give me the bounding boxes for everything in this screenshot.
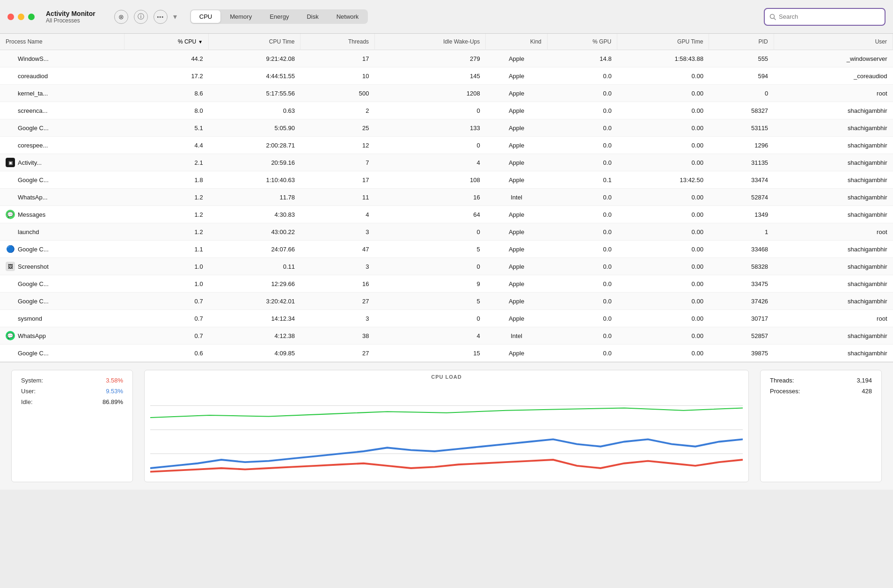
tab-energy[interactable]: Energy bbox=[261, 10, 297, 23]
chevron-down-icon[interactable]: ▾ bbox=[173, 12, 177, 21]
minimize-button[interactable] bbox=[18, 14, 24, 20]
stop-button[interactable]: ⊗ bbox=[114, 10, 128, 24]
titlebar: Activity Monitor All Processes ⊗ ⓘ ••• ▾… bbox=[0, 0, 893, 34]
cell-gpu: 0.0 bbox=[547, 258, 617, 275]
table-row[interactable]: Google C...0.64:09.852715Apple0.00.00398… bbox=[0, 345, 893, 362]
table-row[interactable]: 💬Messages1.24:30.83464Apple0.00.001349sh… bbox=[0, 206, 893, 223]
cell-gpu_time: 0.00 bbox=[617, 85, 709, 102]
process-icon bbox=[6, 314, 15, 323]
cell-gpu_time: 0.00 bbox=[617, 223, 709, 241]
tab-cpu[interactable]: CPU bbox=[191, 10, 220, 23]
info-button[interactable]: ⓘ bbox=[134, 10, 148, 24]
app-title: Activity Monitor bbox=[46, 10, 95, 17]
tab-memory[interactable]: Memory bbox=[221, 10, 260, 23]
table-row[interactable]: 🖼Screenshot1.00.1130Apple0.00.0058328sha… bbox=[0, 258, 893, 275]
cell-cpu: 1.2 bbox=[124, 223, 209, 241]
process-icon bbox=[6, 192, 15, 202]
table-row[interactable]: 🔵Google C...1.124:07.66475Apple0.00.0033… bbox=[0, 241, 893, 258]
process-name: sysmond bbox=[18, 315, 42, 322]
table-row[interactable]: Google C...5.15:05.9025133Apple0.00.0053… bbox=[0, 119, 893, 137]
col-header-threads[interactable]: Threads bbox=[300, 34, 375, 50]
process-name: WhatsApp bbox=[18, 332, 46, 339]
table-row[interactable]: corespee...4.42:00:28.71120Apple0.00.001… bbox=[0, 137, 893, 154]
cell-gpu_time: 0.00 bbox=[617, 345, 709, 362]
more-button[interactable]: ••• bbox=[154, 10, 168, 24]
cell-kind: Apple bbox=[486, 102, 548, 119]
cell-idle_wakeups: 0 bbox=[375, 137, 486, 154]
tab-network[interactable]: Network bbox=[328, 10, 367, 23]
process-icon bbox=[6, 227, 15, 236]
col-header-kind[interactable]: Kind bbox=[486, 34, 548, 50]
cell-idle_wakeups: 64 bbox=[375, 206, 486, 223]
col-header-cpu_time[interactable]: CPU Time bbox=[209, 34, 300, 50]
process-icon bbox=[6, 348, 15, 358]
table-row[interactable]: Google C...0.73:20:42.01275Apple0.00.003… bbox=[0, 293, 893, 310]
cell-user: shachigambhir bbox=[774, 189, 893, 206]
table-row[interactable]: launchd1.243:00.2230Apple0.00.001root bbox=[0, 223, 893, 241]
table-row[interactable]: screenca...8.00.6320Apple0.00.0058327sha… bbox=[0, 102, 893, 119]
table-row[interactable]: sysmond0.714:12.3430Apple0.00.0030717roo… bbox=[0, 310, 893, 327]
cell-pid: 30717 bbox=[709, 310, 774, 327]
search-input[interactable] bbox=[779, 13, 880, 20]
table-row[interactable]: coreaudiod17.24:44:51.5510145Apple0.00.0… bbox=[0, 67, 893, 85]
process-icon bbox=[6, 88, 15, 98]
cell-gpu_time: 13:42.50 bbox=[617, 171, 709, 189]
cell-threads: 10 bbox=[300, 67, 375, 85]
table-row[interactable]: WindowS...44.29:21:42.0817279Apple14.81:… bbox=[0, 50, 893, 67]
col-header-idle_wakeups[interactable]: Idle Wake-Ups bbox=[375, 34, 486, 50]
cell-gpu: 14.8 bbox=[547, 50, 617, 67]
table-row[interactable]: Google C...1.81:10:40.6317108Apple0.113:… bbox=[0, 171, 893, 189]
col-header-gpu_time[interactable]: GPU Time bbox=[617, 34, 709, 50]
cell-pid: 52874 bbox=[709, 189, 774, 206]
col-header-process_name[interactable]: Process Name bbox=[0, 34, 124, 50]
col-header-pid[interactable]: PID bbox=[709, 34, 774, 50]
cell-cpu_time: 4:09.85 bbox=[209, 345, 300, 362]
cell-gpu: 0.0 bbox=[547, 67, 617, 85]
threads-panel: Threads: 3,194 Processes: 428 bbox=[760, 370, 882, 482]
cell-pid: 53115 bbox=[709, 119, 774, 137]
cell-user: shachigambhir bbox=[774, 293, 893, 310]
cell-gpu_time: 0.00 bbox=[617, 293, 709, 310]
cell-user: shachigambhir bbox=[774, 345, 893, 362]
cell-pid: 1 bbox=[709, 223, 774, 241]
maximize-button[interactable] bbox=[28, 14, 35, 20]
cell-threads: 7 bbox=[300, 154, 375, 171]
cell-kind: Apple bbox=[486, 67, 548, 85]
idle-value: 86.89% bbox=[102, 398, 123, 405]
cell-user: root bbox=[774, 223, 893, 241]
process-icon bbox=[6, 279, 15, 288]
cell-pid: 31135 bbox=[709, 154, 774, 171]
process-name: Google C... bbox=[18, 298, 49, 305]
cell-cpu: 1.8 bbox=[124, 171, 209, 189]
user-stat-row: User: 9.53% bbox=[21, 388, 123, 395]
cell-threads: 2 bbox=[300, 102, 375, 119]
cell-user: root bbox=[774, 310, 893, 327]
cell-gpu_time: 0.00 bbox=[617, 154, 709, 171]
cell-threads: 17 bbox=[300, 50, 375, 67]
cell-cpu_time: 3:20:42.01 bbox=[209, 293, 300, 310]
process-icon: ▣ bbox=[6, 158, 15, 167]
cell-gpu_time: 0.00 bbox=[617, 327, 709, 345]
tab-disk[interactable]: Disk bbox=[298, 10, 327, 23]
table-row[interactable]: WhatsAp...1.211.781116Intel0.00.0052874s… bbox=[0, 189, 893, 206]
table-row[interactable]: ▣Activity...2.120:59.1674Apple0.00.00311… bbox=[0, 154, 893, 171]
cell-pid: 594 bbox=[709, 67, 774, 85]
col-header-gpu_pct[interactable]: % GPU bbox=[547, 34, 617, 50]
table-row[interactable]: 💬WhatsApp0.74:12.38384Intel0.00.0052857s… bbox=[0, 327, 893, 345]
tab-group: CPUMemoryEnergyDiskNetwork bbox=[190, 9, 368, 24]
process-name: screenca... bbox=[18, 107, 48, 114]
search-box[interactable] bbox=[764, 8, 886, 26]
cell-gpu_time: 0.00 bbox=[617, 310, 709, 327]
process-name: Google C... bbox=[18, 125, 49, 132]
idle-label: Idle: bbox=[21, 398, 33, 405]
close-button[interactable] bbox=[7, 14, 14, 20]
cell-cpu: 8.6 bbox=[124, 85, 209, 102]
cell-cpu_time: 5:17:55.56 bbox=[209, 85, 300, 102]
table-row[interactable]: Google C...1.012:29.66169Apple0.00.00334… bbox=[0, 275, 893, 293]
col-header-cpu_pct[interactable]: % CPU▼ bbox=[124, 34, 209, 50]
table-row[interactable]: kernel_ta...8.65:17:55.565001208Apple0.0… bbox=[0, 85, 893, 102]
cell-pid: 33475 bbox=[709, 275, 774, 293]
col-header-user[interactable]: User bbox=[774, 34, 893, 50]
process-icon: 🖼 bbox=[6, 262, 15, 271]
cell-idle_wakeups: 5 bbox=[375, 241, 486, 258]
